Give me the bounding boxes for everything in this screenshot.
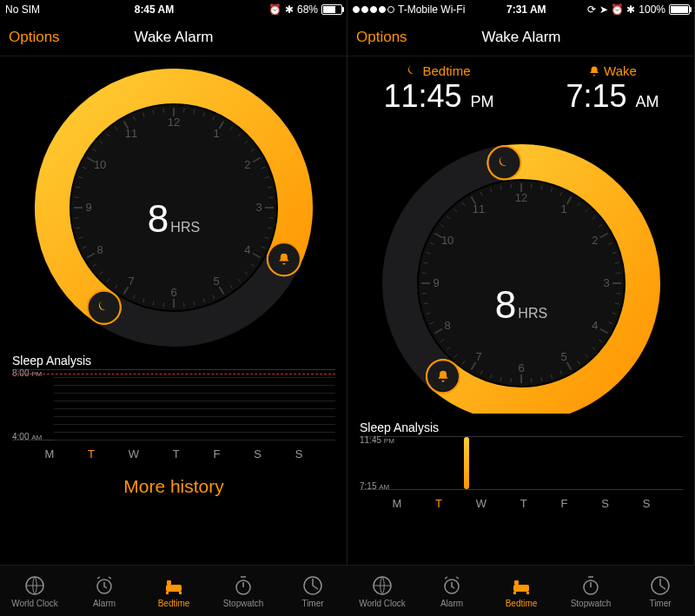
battery-icon (321, 4, 342, 15)
svg-rect-78 (166, 585, 182, 592)
tab-timer[interactable]: Timer (278, 566, 348, 616)
tab-bedtime[interactable]: Bedtime (139, 566, 208, 616)
battery-percent: 68% (297, 3, 318, 16)
sleep-analysis-graph: 11:45 PM 7:15 AM (360, 436, 683, 490)
options-button[interactable]: Options (9, 19, 60, 56)
duration-unit: HRS (516, 306, 547, 321)
svg-rect-81 (179, 592, 182, 594)
svg-line-60 (75, 197, 79, 198)
day-label: W (476, 497, 486, 510)
svg-text:8: 8 (445, 319, 451, 332)
svg-point-158 (488, 146, 521, 179)
svg-line-144 (422, 273, 427, 274)
bedtime-value: 11:45 PM (383, 78, 493, 115)
battery-percent: 100% (639, 3, 665, 16)
wake-block[interactable]: Wake 7:15 AM (566, 63, 659, 115)
bedtime-handle[interactable] (488, 146, 521, 179)
svg-text:11: 11 (125, 127, 137, 140)
tab-world-clock[interactable]: World Clock (348, 566, 417, 616)
status-time: 7:31 AM (506, 3, 546, 16)
status-time: 8:45 AM (135, 3, 175, 16)
bell-icon (588, 65, 600, 77)
tab-alarm[interactable]: Alarm (70, 566, 139, 616)
day-label: S (601, 497, 609, 510)
svg-rect-163 (514, 580, 519, 585)
svg-rect-164 (513, 592, 516, 594)
svg-line-129 (511, 378, 512, 382)
day-label: T (173, 447, 180, 460)
day-label: T (435, 497, 442, 510)
svg-text:1: 1 (560, 202, 566, 215)
svg-text:4: 4 (244, 243, 250, 256)
phone-right: T-Mobile Wi-Fi 7:31 AM ⟳ ➤ ⏰ ✱ 100% Opti… (348, 0, 695, 616)
moon-icon (407, 65, 419, 77)
tab-timer[interactable]: Timer (626, 566, 695, 616)
svg-line-58 (75, 217, 79, 218)
tab-label: Stopwatch (223, 599, 264, 608)
wake-label: Wake (604, 63, 637, 78)
more-history-button[interactable]: More history (0, 460, 348, 506)
day-label: F (214, 447, 221, 460)
sleep-analysis-title: Sleep Analysis (360, 421, 683, 434)
wake-handle[interactable] (427, 360, 460, 393)
svg-text:12: 12 (515, 191, 527, 204)
tab-bar: World ClockAlarmBedtimeStopwatchTimer (348, 565, 695, 616)
status-bar: T-Mobile Wi-Fi 7:31 AM ⟳ ➤ ⏰ ✱ 100% (348, 0, 695, 19)
svg-text:7: 7 (475, 350, 481, 363)
battery-fill (323, 6, 335, 13)
bluetooth-icon: ✱ (285, 3, 294, 16)
sleep-dial[interactable]: 121234567891011 (374, 118, 669, 414)
svg-rect-79 (167, 580, 171, 585)
svg-text:3: 3 (255, 201, 261, 214)
svg-text:12: 12 (168, 116, 180, 129)
tab-label: Alarm (440, 599, 463, 608)
svg-text:2: 2 (244, 158, 250, 171)
day-label: T (520, 497, 527, 510)
tab-world-clock[interactable]: World Clock (0, 566, 70, 616)
tab-icon (93, 574, 116, 597)
svg-line-28 (268, 197, 273, 198)
svg-line-30 (268, 217, 273, 218)
tab-alarm[interactable]: Alarm (417, 566, 486, 616)
phone-left: No SIM 8:45 AM ⏰ ✱ 68% Options Wake Alar… (0, 0, 348, 616)
tab-icon (440, 574, 463, 597)
sleep-data-bar (464, 437, 469, 489)
tab-icon (23, 574, 46, 597)
svg-line-112 (616, 273, 620, 274)
nav-bar: Options Wake Alarm (0, 19, 348, 56)
carrier-label: No SIM (5, 3, 40, 16)
day-label: M (392, 497, 401, 510)
bedtime-block[interactable]: Bedtime 11:45 PM (383, 63, 493, 115)
svg-text:10: 10 (94, 158, 106, 171)
nav-bar: Options Wake Alarm (348, 19, 695, 56)
status-icons: ⟳ ➤ ⏰ ✱ (587, 3, 635, 16)
day-label: M (44, 447, 54, 460)
svg-rect-165 (526, 592, 529, 594)
duration-hours: 8 (495, 283, 516, 327)
svg-text:6: 6 (170, 286, 176, 299)
tab-icon (371, 574, 394, 597)
day-label: F (561, 497, 568, 510)
tab-stopwatch[interactable]: Stopwatch (556, 566, 626, 616)
duration-hours: 8 (148, 197, 169, 241)
sleep-analysis-title: Sleep Analysis (12, 354, 335, 368)
tab-bedtime[interactable]: Bedtime (486, 566, 556, 616)
tab-icon (232, 574, 255, 597)
tab-bar: World ClockAlarmBedtimeStopwatchTimer (0, 565, 348, 616)
wake-handle[interactable] (268, 242, 301, 275)
bedtime-label: Bedtime (422, 63, 470, 78)
duration-unit: HRS (169, 220, 200, 235)
day-label: S (643, 497, 651, 510)
tab-icon (649, 574, 672, 597)
options-button[interactable]: Options (356, 19, 407, 56)
tab-stopwatch[interactable]: Stopwatch (208, 566, 278, 616)
sleep-analysis-graph: 8:00 PM 4:00 AM (12, 369, 335, 440)
svg-rect-162 (513, 585, 529, 592)
svg-rect-80 (166, 592, 169, 594)
tab-label: Stopwatch (571, 599, 612, 608)
bedtime-handle[interactable] (88, 291, 121, 324)
day-label: S (254, 447, 261, 460)
signal-icon (353, 6, 394, 13)
nav-title: Wake Alarm (481, 29, 560, 46)
day-label: W (129, 447, 139, 460)
